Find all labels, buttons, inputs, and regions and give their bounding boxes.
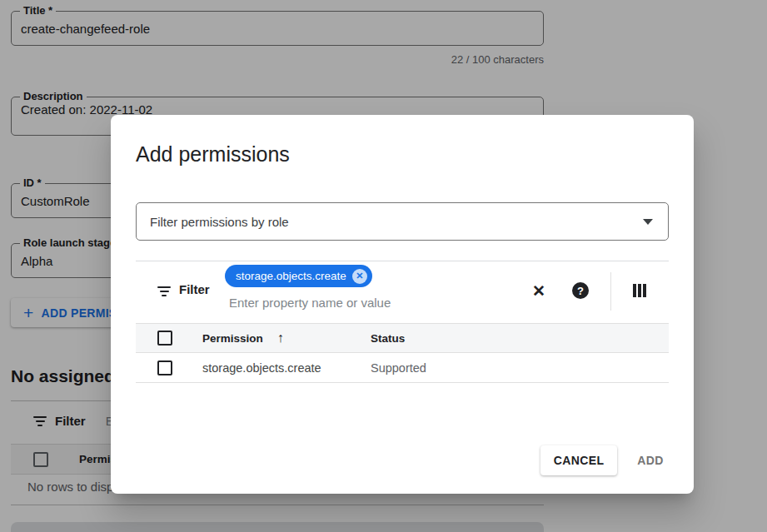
row-permission-cell: storage.objects.create xyxy=(202,361,321,375)
row-status-cell: Supported xyxy=(371,361,426,375)
table-row[interactable]: storage.objects.create Supported xyxy=(136,353,669,383)
filter-icon xyxy=(157,286,171,299)
column-display-icon[interactable] xyxy=(630,281,650,301)
permission-column-header[interactable]: Permission xyxy=(202,332,263,345)
dialog-title: Add permissions xyxy=(136,142,290,167)
toolbar-divider xyxy=(610,272,611,311)
filter-chip[interactable]: storage.objects.create xyxy=(225,265,372,287)
filter-chip-label: storage.objects.create xyxy=(236,270,346,282)
role-select-label: Filter permissions by role xyxy=(150,215,643,229)
sort-ascending-icon[interactable] xyxy=(277,331,284,346)
select-all-checkbox[interactable] xyxy=(157,331,172,346)
filter-input[interactable] xyxy=(229,293,504,311)
chip-remove-icon[interactable] xyxy=(352,269,367,284)
filter-permissions-by-role-select[interactable]: Filter permissions by role xyxy=(136,202,669,241)
filter-label: Filter xyxy=(179,282,210,296)
add-permissions-dialog: Add permissions Filter permissions by ro… xyxy=(111,115,694,494)
status-column-header[interactable]: Status xyxy=(371,332,405,345)
row-checkbox[interactable] xyxy=(157,360,172,375)
dropdown-arrow-icon xyxy=(643,219,653,225)
cancel-button[interactable]: CANCEL xyxy=(540,445,617,475)
permissions-table-header: Permission Status xyxy=(136,323,669,353)
help-icon[interactable] xyxy=(572,282,589,299)
permissions-filter-toolbar: Filter storage.objects.create xyxy=(136,261,669,322)
add-button[interactable]: ADD xyxy=(621,445,680,475)
clear-filter-icon[interactable] xyxy=(529,281,549,301)
create-role-page: Title * create-changefeed-role 22 / 100 … xyxy=(0,0,767,532)
